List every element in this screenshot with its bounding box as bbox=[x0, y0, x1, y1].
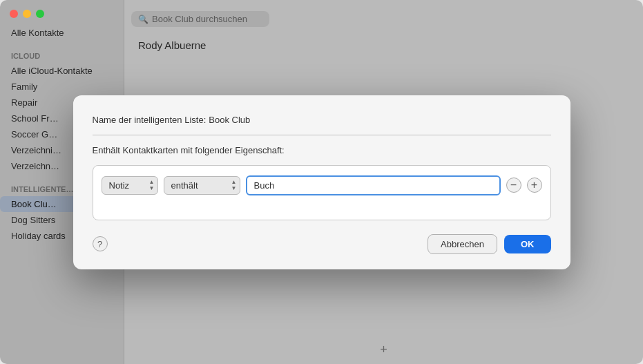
smart-list-modal: Name der intelligenten Liste: Book Club … bbox=[73, 95, 570, 269]
operator-select-wrapper[interactable]: enthält enthält nicht ist ist nicht ▲ ▼ bbox=[164, 176, 240, 195]
field-select-wrapper[interactable]: Notiz Name E-Mail Telefon ▲ ▼ bbox=[102, 176, 158, 195]
rule-value-input[interactable] bbox=[246, 175, 501, 195]
rule-row: Notiz Name E-Mail Telefon ▲ ▼ enthält en… bbox=[102, 175, 542, 195]
rule-container: Notiz Name E-Mail Telefon ▲ ▼ enthält en… bbox=[93, 165, 551, 220]
modal-title-value: Book Club bbox=[209, 115, 550, 125]
maximize-button[interactable] bbox=[36, 10, 44, 18]
close-button[interactable] bbox=[10, 10, 18, 18]
modal-overlay: Name der intelligenten Liste: Book Club … bbox=[0, 0, 643, 364]
minimize-button[interactable] bbox=[23, 10, 31, 18]
modal-title-row: Name der intelligenten Liste: Book Club bbox=[93, 115, 551, 135]
cancel-button[interactable]: Abbrechen bbox=[428, 234, 497, 254]
remove-rule-button[interactable]: − bbox=[506, 178, 521, 193]
ok-button[interactable]: OK bbox=[504, 235, 551, 253]
add-rule-button[interactable]: + bbox=[527, 178, 542, 193]
modal-footer: ? Abbrechen OK bbox=[93, 234, 551, 254]
footer-buttons: Abbrechen OK bbox=[428, 234, 550, 254]
operator-select[interactable]: enthält enthält nicht ist ist nicht bbox=[164, 176, 240, 195]
field-select[interactable]: Notiz Name E-Mail Telefon bbox=[102, 176, 158, 195]
help-button[interactable]: ? bbox=[93, 236, 108, 251]
modal-title-label: Name der intelligenten Liste: bbox=[93, 115, 207, 125]
modal-sublabel: Enthält Kontaktkarten mit folgender Eige… bbox=[93, 145, 551, 155]
traffic-lights bbox=[10, 10, 44, 18]
